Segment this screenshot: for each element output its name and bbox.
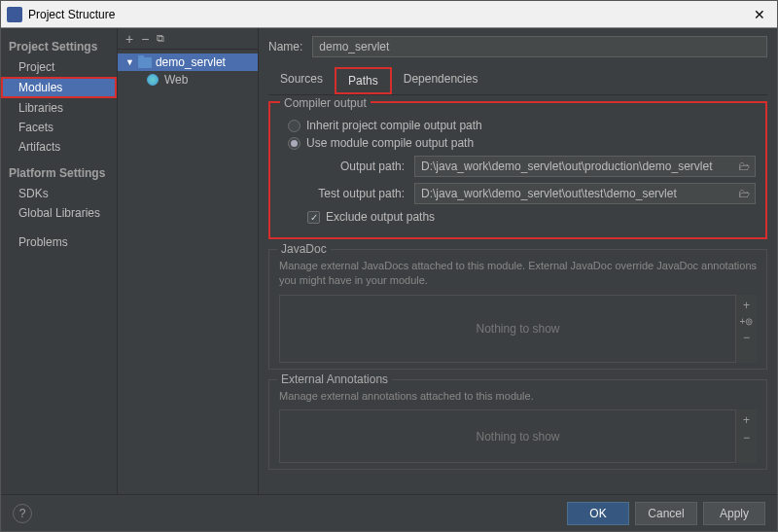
sidebar-item-sdks[interactable]: SDKs	[1, 184, 117, 203]
remove-icon[interactable]: −	[743, 331, 750, 344]
ext-ann-title: External Annotations	[277, 372, 392, 386]
ext-ann-desc: Manage external annotations attached to …	[279, 389, 757, 404]
test-output-path-label: Test output path:	[307, 187, 405, 200]
web-icon	[147, 74, 159, 86]
apply-button[interactable]: Apply	[703, 502, 765, 525]
javadoc-empty-label: Nothing to show	[476, 322, 559, 336]
inherit-label: Inherit project compile output path	[306, 119, 482, 132]
ext-ann-empty-label: Nothing to show	[476, 430, 559, 443]
sidebar-group-platform-settings: Platform Settings	[1, 162, 117, 184]
sidebar-group-project-settings: Project Settings	[1, 36, 117, 57]
titlebar: Project Structure ✕	[1, 1, 777, 28]
tab-paths[interactable]: Paths	[335, 67, 392, 94]
add-icon[interactable]: +	[743, 413, 750, 427]
javadoc-list: Nothing to show + +⊚ −	[279, 295, 757, 363]
sidebar-item-modules[interactable]: Modules	[1, 77, 117, 98]
sidebar-item-artifacts[interactable]: Artifacts	[1, 137, 117, 157]
name-label: Name:	[268, 40, 302, 53]
exclude-output-label: Exclude output paths	[326, 210, 435, 224]
expand-arrow-icon[interactable]: ▼	[125, 57, 134, 67]
module-tree-panel: + − ⧉ ▼ demo_servlet Web	[118, 28, 259, 494]
cancel-button[interactable]: Cancel	[635, 502, 697, 525]
module-tabs: Sources Paths Dependencies	[268, 67, 767, 95]
copy-icon[interactable]: ⧉	[157, 32, 164, 45]
sidebar-item-facets[interactable]: Facets	[1, 118, 117, 137]
remove-icon[interactable]: −	[743, 431, 750, 444]
javadoc-title: JavaDoc	[277, 242, 331, 256]
window-title: Project Structure	[28, 8, 115, 21]
sidebar-item-project[interactable]: Project	[1, 57, 117, 77]
external-annotations-section: External Annotations Manage external ann…	[268, 379, 767, 470]
test-output-path-input[interactable]	[415, 187, 733, 200]
tree-module-item[interactable]: ▼ demo_servlet	[118, 53, 258, 71]
app-icon	[7, 7, 22, 22]
javadoc-section: JavaDoc Manage external JavaDocs attache…	[268, 249, 767, 370]
browse-folder-icon[interactable]: 🗁	[733, 187, 755, 200]
inherit-radio[interactable]	[288, 120, 301, 132]
use-module-label: Use module compile output path	[306, 136, 474, 150]
add-icon[interactable]: +	[125, 31, 133, 47]
help-button[interactable]: ?	[13, 504, 32, 523]
ok-button[interactable]: OK	[567, 502, 629, 525]
browse-folder-icon[interactable]: 🗁	[733, 160, 755, 173]
sidebar-item-problems[interactable]: Problems	[1, 232, 117, 252]
tree-module-label: demo_servlet	[156, 55, 226, 69]
use-module-radio[interactable]	[288, 137, 301, 150]
tree-web-item[interactable]: Web	[118, 71, 258, 89]
compiler-output-section: Compiler output Inherit project compile …	[268, 101, 767, 239]
add-url-icon[interactable]: +⊚	[740, 316, 754, 327]
javadoc-desc: Manage external JavaDocs attached to thi…	[279, 259, 757, 289]
compiler-output-title: Compiler output	[280, 96, 371, 110]
sidebar-item-global-libraries[interactable]: Global Libraries	[1, 203, 117, 223]
tab-sources[interactable]: Sources	[268, 67, 335, 94]
ext-ann-list: Nothing to show + −	[279, 409, 757, 463]
output-path-label: Output path:	[307, 160, 405, 173]
output-path-input[interactable]	[415, 160, 733, 173]
module-folder-icon	[138, 57, 152, 68]
add-icon[interactable]: +	[743, 299, 750, 312]
module-name-input[interactable]	[312, 36, 767, 57]
sidebar-item-libraries[interactable]: Libraries	[1, 98, 117, 118]
tree-web-label: Web	[164, 73, 188, 87]
tab-dependencies[interactable]: Dependencies	[392, 67, 490, 94]
exclude-output-checkbox[interactable]	[307, 211, 320, 224]
close-icon[interactable]: ✕	[748, 7, 771, 22]
settings-sidebar: Project Settings Project Modules Librari…	[1, 28, 118, 494]
remove-icon[interactable]: −	[141, 31, 149, 47]
